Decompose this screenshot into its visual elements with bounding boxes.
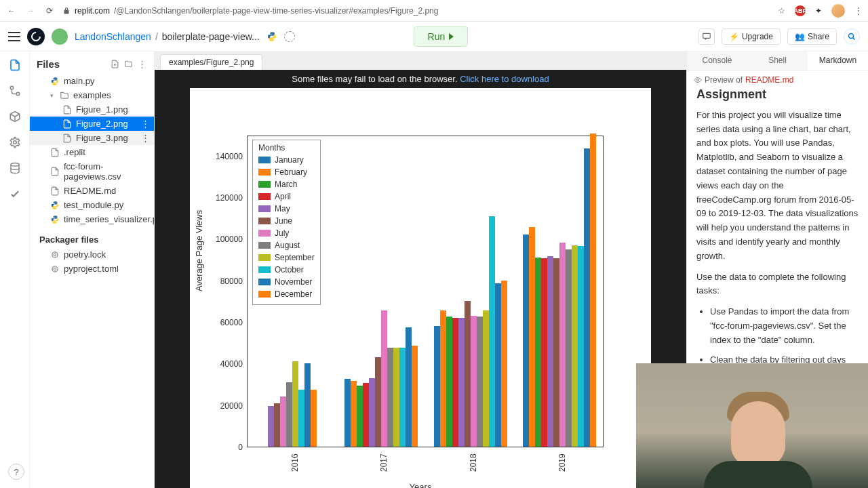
tab-markdown[interactable]: Markdown [808, 52, 868, 70]
bookmark-icon[interactable]: ☆ [778, 6, 785, 16]
preview-header: Preview of README.md [687, 71, 868, 89]
svg-point-1 [849, 33, 854, 38]
download-link[interactable]: Click here to download [460, 74, 549, 84]
tab-console[interactable]: Console [687, 52, 747, 70]
bar [535, 258, 541, 447]
bar [387, 348, 393, 447]
bar [477, 317, 483, 447]
ytick: 120000 [216, 193, 243, 203]
bar [369, 378, 375, 447]
search-icon[interactable] [844, 28, 860, 45]
back-button[interactable]: ← [5, 6, 18, 16]
extensions-icon[interactable]: ✦ [815, 6, 822, 16]
file-examples[interactable]: ▾examples [30, 88, 154, 102]
bar [375, 357, 381, 447]
file-icon [50, 167, 60, 176]
readme-heading: Assignment [696, 89, 859, 104]
share-button[interactable]: 👥Share [787, 28, 837, 45]
legend-item: September [258, 251, 315, 264]
help-button[interactable]: ? [8, 464, 24, 480]
file-fcc-forum-pageviews-csv[interactable]: fcc-forum-pageviews.csv [30, 159, 154, 184]
packages-rail-icon[interactable] [8, 110, 22, 123]
download-warning: Some files may fail to load on the brows… [155, 70, 686, 88]
upgrade-button[interactable]: ⚡Upgrade [722, 28, 781, 45]
legend-item: February [258, 166, 315, 178]
xtick: 2019 [557, 453, 567, 472]
address-bar[interactable]: replit.com/@LandonSchlangen/boilerplate-… [62, 6, 771, 16]
vcs-rail-icon[interactable] [8, 84, 22, 98]
bar [458, 318, 465, 447]
url-path: /@LandonSchlangen/boilerplate-page-view-… [114, 6, 438, 16]
forward-button[interactable]: → [24, 6, 37, 16]
new-folder-icon[interactable] [124, 60, 134, 68]
tests-rail-icon[interactable] [8, 187, 22, 201]
file-more-icon[interactable]: ⋮ [141, 119, 150, 129]
reload-button[interactable]: ⟳ [43, 6, 56, 16]
legend-item: July [258, 227, 315, 239]
breadcrumb: LandonSchlangen / boilerplate-page-view.… [75, 31, 260, 42]
bar [280, 396, 286, 447]
files-more-icon[interactable]: ⋮ [138, 59, 147, 69]
y-axis-label: Average Page Views [194, 210, 204, 291]
browser-menu-icon[interactable]: ⋮ [854, 6, 863, 16]
bar [489, 216, 495, 447]
file-icon [62, 134, 72, 143]
bar [363, 383, 369, 447]
run-button[interactable]: Run [414, 26, 469, 47]
project-name: boilerplate-page-view... [162, 31, 260, 42]
file-pyproject-toml[interactable]: pyproject.toml [30, 262, 154, 276]
bar [381, 310, 387, 447]
replit-logo[interactable] [27, 28, 45, 45]
ytick: 0 [238, 443, 243, 452]
file-icon [62, 105, 72, 115]
files-rail-icon[interactable] [8, 58, 22, 72]
ytick: 60000 [220, 318, 243, 327]
file-icon [50, 148, 60, 157]
bar [274, 403, 280, 447]
legend-item: May [258, 203, 315, 215]
owner-avatar[interactable] [52, 28, 68, 45]
file-icon [62, 119, 72, 129]
bar [434, 326, 440, 447]
bar [268, 406, 274, 447]
x-axis-label: Years [190, 482, 651, 488]
settings-rail-icon[interactable] [8, 136, 22, 149]
app-header: LandonSchlangen / boilerplate-page-view.… [0, 22, 868, 52]
xtick: 2016 [290, 453, 300, 472]
file-more-icon[interactable]: ⋮ [141, 133, 150, 143]
bar [311, 390, 317, 447]
file-time-series-visualizer-py[interactable]: time_series_visualizer.py [30, 212, 154, 226]
owner-link[interactable]: LandonSchlangen [75, 31, 151, 42]
bar [357, 386, 363, 447]
chat-icon[interactable] [698, 28, 715, 45]
file-test-module-py[interactable]: test_module.py [30, 198, 154, 212]
file-figure-1-png[interactable]: Figure_1.png [30, 102, 154, 117]
file-figure-2-png[interactable]: Figure_2.png⋮ [30, 117, 154, 131]
tab-figure2[interactable]: examples/Figure_2.png [160, 54, 262, 70]
database-rail-icon[interactable] [8, 161, 22, 175]
bar [344, 379, 351, 447]
ytick: 100000 [216, 235, 243, 244]
profile-avatar[interactable] [831, 4, 845, 18]
tab-shell[interactable]: Shell [747, 52, 808, 70]
adblock-icon[interactable]: ABP [795, 5, 806, 16]
file-figure-3-png[interactable]: Figure_3.png⋮ [30, 131, 154, 145]
file-readme-md[interactable]: README.md [30, 184, 154, 198]
right-panel-tabs: ConsoleShellMarkdown [687, 52, 868, 71]
bar [286, 382, 292, 447]
history-icon[interactable] [284, 31, 295, 42]
file--replit[interactable]: .replit [30, 145, 154, 159]
legend-item: October [258, 264, 315, 276]
preview-filename: README.md [745, 75, 793, 85]
file-main-py[interactable]: main.py [30, 74, 154, 88]
python-icon [267, 31, 277, 42]
bar [292, 361, 298, 447]
bar [541, 258, 547, 447]
file-poetry-lock[interactable]: poetry.lock [30, 247, 154, 262]
ytick: 20000 [220, 401, 243, 411]
svg-rect-0 [703, 33, 711, 38]
legend-item: March [258, 178, 315, 190]
editor-area: examples/Figure_2.png Some files may fai… [155, 52, 686, 488]
menu-icon[interactable] [8, 32, 20, 41]
new-file-icon[interactable] [111, 60, 120, 68]
